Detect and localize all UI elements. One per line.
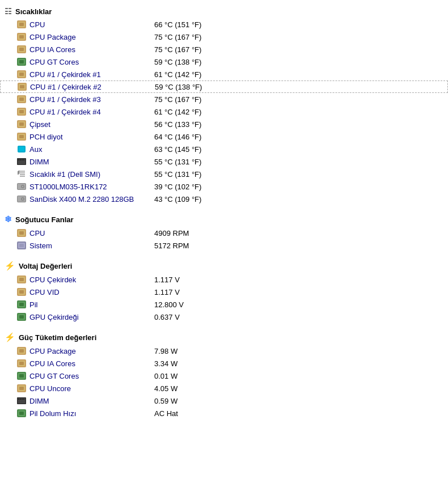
- cpu-vid-label: CPU VID: [29, 288, 154, 296]
- svg-rect-73: [19, 349, 24, 353]
- cpu-label: CPU: [29, 20, 154, 29]
- temperatures-section: ☷ Sıcaklıklar CPU 66 °C (151 °F) CPU Pac…: [0, 5, 448, 205]
- voltages-header: ⚡ Voltaj Değerleri: [0, 258, 448, 273]
- row-pow-cpu-ia[interactable]: CPU IA Cores 3.34 W: [0, 357, 448, 370]
- cpu1-core1-icon: [16, 70, 27, 79]
- sicaklik-dellsmi-value: 55 °C (131 °F): [154, 170, 201, 179]
- row-cpu-ia-cores[interactable]: CPU IA Cores 75 °C (167 °F): [0, 43, 448, 56]
- svg-rect-2: [19, 23, 24, 26]
- pch-diyot-label: PCH diyot: [29, 133, 154, 141]
- cpu1-core3-label: CPU #1 / Çekirdek #3: [29, 95, 154, 104]
- sandisk-label: SanDisk X400 M.2 2280 128GB: [29, 195, 154, 204]
- row-pow-cpu-package[interactable]: CPU Package 7.98 W: [0, 345, 448, 357]
- svg-rect-64: [19, 290, 24, 294]
- sandisk-value: 43 °C (109 °F): [154, 195, 201, 204]
- cpu-cekirdek-value: 1.117 V: [154, 275, 180, 284]
- row-cpu1-core3[interactable]: CPU #1 / Çekirdek #3 75 °C (167 °F): [0, 93, 448, 105]
- row-cpu[interactable]: CPU 66 °C (151 °F): [0, 18, 448, 31]
- svg-rect-31: [19, 147, 24, 151]
- fans-label: Soğutucu Fanlar: [15, 215, 74, 224]
- svg-rect-67: [19, 303, 24, 306]
- pow-cpu-uncore-value: 4.05 W: [154, 384, 177, 393]
- pow-cpu-uncore-label: CPU Uncore: [29, 384, 154, 393]
- cpu-ia-cores-value: 75 °C (167 °F): [154, 45, 201, 54]
- row-cpu-gt-cores[interactable]: CPU GT Cores 59 °C (138 °F): [0, 56, 448, 68]
- row-pch-diyot[interactable]: PCH diyot 64 °C (146 °F): [0, 130, 448, 143]
- row-cpu-cekirdek[interactable]: CPU Çekirdek 1.117 V: [0, 273, 448, 286]
- pow-dimm-icon: [16, 396, 27, 405]
- gpu-cekirdegi-label: GPU Çekirdeği: [29, 313, 154, 321]
- lightning-icon: ⚡: [5, 261, 15, 271]
- pow-cpu-package-icon: [16, 346, 27, 355]
- svg-rect-34: [18, 159, 19, 160]
- row-cpu-vid[interactable]: CPU VID 1.117 V: [0, 286, 448, 298]
- svg-rect-87: [22, 399, 23, 400]
- row-sandisk[interactable]: SanDisk X400 M.2 2280 128GB 43 °C (109 °…: [0, 193, 448, 205]
- cpu-value: 66 °C (151 °F): [154, 20, 201, 29]
- fan-sistem-icon: [16, 241, 27, 250]
- row-dimm[interactable]: DIMM 55 °C (131 °F): [0, 155, 448, 168]
- pil-label: Pil: [29, 300, 154, 309]
- row-fan-sistem[interactable]: Sistem 5172 RPM: [0, 239, 448, 252]
- row-cipset[interactable]: Çipset 56 °C (133 °F): [0, 118, 448, 130]
- cpu1-core2-label: CPU #1 / Çekirdek #2: [30, 83, 155, 91]
- cpu1-core4-value: 61 °C (142 °F): [154, 108, 201, 116]
- fan-sistem-value: 5172 RPM: [154, 241, 189, 250]
- power-section: ⚡ Güç Tüketim değerleri CPU Package 7.98…: [0, 330, 448, 419]
- pow-pil-dolum-value: AC Hat: [154, 409, 178, 418]
- row-cpu1-core4[interactable]: CPU #1 / Çekirdek #4 61 °C (142 °F): [0, 105, 448, 118]
- fan-cpu-label: CPU: [29, 229, 154, 238]
- svg-rect-20: [19, 98, 24, 101]
- row-pow-pil-dolum[interactable]: Pil Dolum Hızı AC Hat: [0, 407, 448, 419]
- pow-cpu-ia-value: 3.34 W: [154, 359, 177, 368]
- svg-rect-91: [19, 412, 24, 415]
- st1000-value: 39 °C (102 °F): [154, 183, 201, 191]
- thermometer-section-icon: ☷: [5, 7, 12, 16]
- power-icon: ⚡: [5, 332, 15, 342]
- pow-cpu-uncore-icon: [16, 384, 27, 393]
- row-cpu1-core1[interactable]: CPU #1 / Çekirdek #1 61 °C (142 °F): [0, 68, 448, 80]
- row-fan-cpu[interactable]: CPU 4909 RPM: [0, 227, 448, 239]
- row-pow-dimm[interactable]: DIMM 0.59 W: [0, 395, 448, 407]
- svg-rect-70: [19, 315, 24, 319]
- cpu-gt-cores-value: 59 °C (138 °F): [154, 58, 201, 66]
- cpu-ia-cores-label: CPU IA Cores: [29, 45, 154, 54]
- fans-section: ❄ Soğutucu Fanlar CPU 4909 RPM Sistem 51…: [0, 212, 448, 252]
- row-sicaklik-dellsmi[interactable]: Sıcaklık #1 (Dell SMI) 55 °C (131 °F): [0, 168, 448, 180]
- svg-rect-11: [19, 60, 24, 63]
- cpu1-core3-icon: [16, 95, 27, 104]
- row-pil[interactable]: Pil 12.800 V: [0, 298, 448, 311]
- cpu1-core3-value: 75 °C (167 °F): [154, 95, 201, 104]
- svg-rect-88: [23, 399, 24, 400]
- row-aux[interactable]: Aux 63 °C (145 °F): [0, 143, 448, 155]
- svg-rect-36: [22, 159, 23, 160]
- svg-rect-79: [19, 374, 24, 378]
- cipset-value: 56 °C (133 °F): [154, 120, 201, 129]
- aux-value: 63 °C (145 °F): [154, 145, 201, 154]
- cpu-ia-cores-icon: [16, 45, 27, 54]
- row-gpu-cekirdegi[interactable]: GPU Çekirdeği 0.637 V: [0, 311, 448, 323]
- dimm-value: 55 °C (131 °F): [154, 158, 201, 166]
- row-st1000[interactable]: ST1000LM035-1RK172 39 °C (102 °F): [0, 180, 448, 193]
- svg-rect-17: [20, 85, 24, 88]
- row-pow-cpu-uncore[interactable]: CPU Uncore 4.05 W: [0, 382, 448, 395]
- row-pow-cpu-gt[interactable]: CPU GT Cores 0.01 W: [0, 370, 448, 382]
- svg-point-48: [22, 186, 24, 188]
- cpu-cekirdek-icon: [16, 275, 27, 284]
- pch-diyot-icon: [16, 132, 27, 141]
- pil-value: 12.800 V: [154, 300, 184, 309]
- voltages-label: Voltaj Değerleri: [19, 262, 72, 270]
- cpu-icon: [16, 20, 27, 29]
- cpu1-core4-icon: [16, 107, 27, 116]
- dimm-icon: [16, 157, 27, 166]
- sandisk-icon: [16, 194, 27, 204]
- row-cpu1-core2[interactable]: CPU #1 / Çekirdek #2 59 °C (138 °F): [0, 80, 448, 93]
- svg-rect-23: [19, 110, 24, 113]
- power-header: ⚡ Güç Tüketim değerleri: [0, 330, 448, 345]
- fan-sistem-label: Sistem: [29, 241, 154, 250]
- row-cpu-package[interactable]: CPU Package 75 °C (167 °F): [0, 31, 448, 43]
- cpu-vid-icon: [16, 287, 27, 296]
- svg-rect-82: [19, 387, 24, 390]
- pow-pil-dolum-label: Pil Dolum Hızı: [29, 409, 154, 418]
- st1000-label: ST1000LM035-1RK172: [29, 183, 154, 191]
